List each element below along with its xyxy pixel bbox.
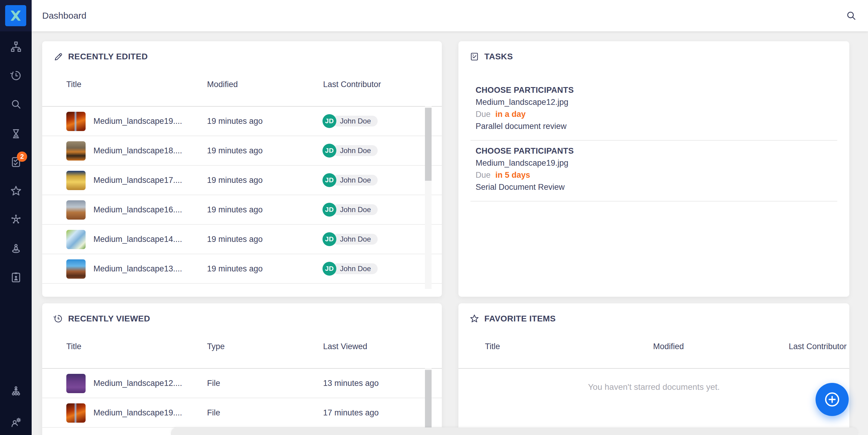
sidebar-item-search[interactable]: [10, 98, 22, 110]
contributor-name: John Doe: [332, 234, 378, 245]
document-thumbnail: [66, 403, 86, 423]
column-type: Type: [207, 342, 225, 351]
avatar: JD: [322, 262, 336, 276]
document-thumbnail: [66, 112, 86, 131]
recently-viewed-header: RECENTLY VIEWED: [53, 313, 150, 324]
avatar: JD: [322, 203, 336, 216]
favorite-items-card: FAVORITE ITEMS Title Modified Last Contr…: [458, 303, 849, 435]
sidebar-item-tasks[interactable]: 2: [10, 156, 22, 168]
due-value: in a day: [495, 110, 526, 119]
sidebar-item-network[interactable]: [10, 213, 22, 226]
sidebar-item-hourglass[interactable]: [10, 127, 22, 140]
network-hub-icon: [10, 213, 22, 226]
column-title: Title: [485, 342, 500, 351]
document-thumbnail: [66, 374, 86, 393]
contributor-chip: JDJohn Doe: [322, 144, 378, 158]
column-title: Title: [66, 342, 82, 351]
row-modified: 19 minutes ago: [207, 116, 263, 126]
contributor-name: John Doe: [332, 204, 378, 215]
scrollbar-thumb[interactable]: [425, 370, 432, 429]
table-row[interactable]: Medium_landscape17....19 minutes agoJDJo…: [42, 166, 442, 195]
contributor-chip: JDJohn Doe: [322, 114, 378, 128]
table-row[interactable]: Medium_landscape18....19 minutes agoJDJo…: [42, 136, 442, 166]
task-file: Medium_landscape12.jpg: [475, 96, 837, 108]
sidebar-item-org-chart[interactable]: [10, 386, 22, 398]
table-row[interactable]: Medium_landscape14....19 minutes agoJDJo…: [42, 225, 442, 254]
avatar: JD: [322, 144, 336, 158]
recently-edited-scrollbar[interactable]: [425, 106, 432, 289]
document-thumbnail: [66, 141, 86, 161]
recently-edited-header: RECENTLY EDITED: [53, 52, 148, 62]
row-modified: 19 minutes ago: [207, 205, 263, 214]
sidebar-item-favorites[interactable]: [10, 185, 22, 197]
bottom-sheet-edge: [171, 428, 858, 435]
recently-viewed-scrollbar[interactable]: [425, 368, 432, 435]
task-heading: CHOOSE PARTICIPANTS: [475, 145, 837, 157]
task-due: Duein a day: [475, 108, 837, 120]
column-last-viewed: Last Viewed: [323, 342, 367, 351]
table-row[interactable]: Medium_landscape16....19 minutes agoJDJo…: [42, 195, 442, 225]
row-title: Medium_landscape13....: [93, 264, 182, 273]
column-modified: Modified: [653, 342, 684, 351]
history-icon: [10, 69, 22, 82]
sidebar-item-user[interactable]: [10, 242, 22, 255]
sidebar-item-id-card[interactable]: [10, 271, 22, 284]
app-logo[interactable]: [5, 5, 26, 26]
column-title: Title: [66, 80, 82, 89]
row-modified: 19 minutes ago: [207, 146, 263, 156]
contributor-chip: JDJohn Doe: [322, 262, 378, 276]
task-heading: CHOOSE PARTICIPANTS: [475, 84, 837, 96]
task-item[interactable]: CHOOSE PARTICIPANTSMedium_landscape12.jp…: [470, 80, 837, 141]
global-search-button[interactable]: [845, 10, 857, 22]
document-thumbnail: [66, 171, 86, 190]
sidebar: 2: [0, 0, 32, 435]
avatar: JD: [322, 232, 336, 246]
row-title: Medium_landscape16....: [93, 205, 182, 214]
card-title: RECENTLY EDITED: [68, 52, 148, 62]
table-row[interactable]: Medium_landscape12....File13 minutes ago: [42, 369, 442, 398]
column-last-contributor: Last Contributor: [323, 80, 381, 89]
card-title: FAVORITE ITEMS: [484, 314, 556, 324]
row-last-viewed: 13 minutes ago: [323, 379, 379, 388]
star-icon: [469, 313, 479, 324]
recently-viewed-rows: Medium_landscape12....File13 minutes ago…: [42, 368, 442, 428]
add-button[interactable]: [815, 383, 849, 416]
circle-plus-icon: [823, 390, 842, 409]
contributor-name: John Doe: [332, 263, 378, 274]
sidebar-item-user-settings[interactable]: [10, 416, 22, 428]
task-file: Medium_landscape19.jpg: [475, 157, 837, 169]
task-description: Serial Document Review: [475, 181, 837, 193]
table-row[interactable]: Medium_landscape13....19 minutes agoJDJo…: [42, 254, 442, 284]
org-chart-icon: [10, 386, 22, 398]
avatar: JD: [322, 173, 336, 187]
column-modified: Modified: [207, 80, 238, 89]
contributor-name: John Doe: [332, 145, 378, 156]
sidebar-item-tree[interactable]: [10, 40, 22, 53]
contributor-chip: JDJohn Doe: [322, 203, 378, 216]
favorites-empty-message: You haven't starred documents yet.: [458, 382, 849, 392]
document-thumbnail: [66, 259, 86, 279]
recently-edited-rows: Medium_landscape19....19 minutes agoJDJo…: [42, 106, 442, 284]
row-modified: 19 minutes ago: [207, 264, 263, 273]
contributor-name: John Doe: [332, 116, 378, 127]
user-gear-icon: [10, 416, 22, 428]
scrollbar-thumb[interactable]: [425, 108, 432, 181]
favorite-items-header: FAVORITE ITEMS: [469, 313, 556, 324]
contributor-chip: JDJohn Doe: [322, 232, 378, 246]
task-description: Parallel document review: [475, 120, 837, 132]
favorites-header-divider: [458, 368, 849, 369]
sidebar-item-history[interactable]: [10, 69, 22, 82]
column-last-contributor: Last Contributor: [789, 342, 846, 351]
task-item[interactable]: CHOOSE PARTICIPANTSMedium_landscape19.jp…: [470, 141, 837, 202]
id-card-icon: [10, 271, 22, 284]
search-icon: [845, 10, 857, 22]
pencil-icon: [53, 52, 63, 62]
tasks-card: TASKS CHOOSE PARTICIPANTSMedium_landscap…: [458, 41, 849, 297]
table-row[interactable]: Medium_landscape19....19 minutes agoJDJo…: [42, 107, 442, 136]
history-icon: [53, 313, 63, 324]
row-modified: 19 minutes ago: [207, 176, 263, 185]
contributor-chip: JDJohn Doe: [322, 173, 378, 187]
row-title: Medium_landscape14....: [93, 235, 182, 244]
table-row[interactable]: Medium_landscape19....File17 minutes ago: [42, 398, 442, 428]
due-label: Due: [475, 110, 491, 119]
